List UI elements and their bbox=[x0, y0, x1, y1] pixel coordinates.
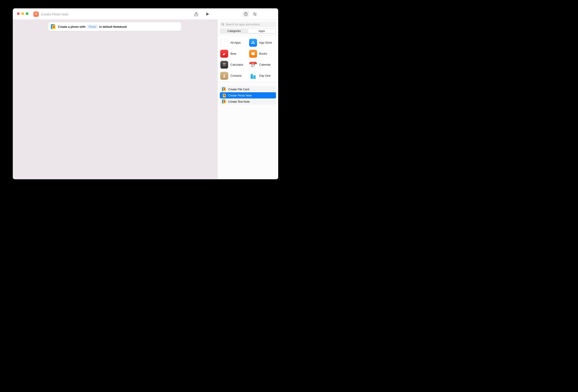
action-label: Create Photo Note bbox=[228, 94, 252, 97]
app-calendar[interactable]: JUL 17 Calendar bbox=[249, 61, 276, 69]
app-label: Bear bbox=[230, 52, 236, 55]
action-create-file-card[interactable]: Create File Card bbox=[220, 86, 276, 92]
action-create-text-note[interactable]: Create Text Note bbox=[220, 98, 276, 105]
notebook-app-icon bbox=[51, 24, 56, 29]
apps-grid[interactable]: All Apps App Store Bear bbox=[218, 36, 278, 82]
close-window-button[interactable] bbox=[17, 12, 20, 15]
shortcut-app-icon bbox=[34, 11, 39, 17]
bear-icon bbox=[220, 50, 228, 58]
window-body: Create a photo with Photo in default Not… bbox=[13, 20, 278, 179]
settings-toggle-button[interactable] bbox=[252, 12, 257, 16]
minimize-window-button[interactable] bbox=[21, 12, 24, 15]
svg-point-12 bbox=[224, 65, 224, 66]
calendar-icon: JUL 17 bbox=[249, 61, 257, 69]
app-books[interactable]: Books bbox=[249, 50, 276, 58]
svg-point-6 bbox=[255, 14, 256, 15]
all-apps-icon bbox=[220, 39, 228, 47]
app-label: All Apps bbox=[230, 41, 241, 45]
svg-point-9 bbox=[224, 65, 224, 65]
day-one-icon bbox=[249, 72, 257, 80]
photo-parameter-token[interactable]: Photo bbox=[87, 25, 98, 29]
action-create-photo-note[interactable]: Create Photo Note bbox=[220, 92, 276, 98]
action-prefix: Create a photo with bbox=[58, 25, 86, 28]
svg-point-5 bbox=[254, 13, 255, 14]
svg-point-8 bbox=[223, 65, 224, 65]
action-suffix: in default Notebook bbox=[99, 25, 127, 28]
svg-point-10 bbox=[225, 65, 225, 65]
app-label: Books bbox=[259, 52, 267, 55]
app-app-store[interactable]: App Store bbox=[249, 39, 276, 47]
library-toggle-button[interactable] bbox=[243, 11, 249, 17]
calendar-day: 17 bbox=[251, 64, 255, 68]
app-contacts[interactable]: Contacts bbox=[220, 72, 247, 80]
actions-sidebar: Categories Apps All Apps bbox=[217, 20, 278, 179]
search-input[interactable] bbox=[220, 22, 276, 27]
svg-point-13 bbox=[225, 65, 225, 66]
zoom-window-button[interactable] bbox=[26, 12, 28, 15]
app-calculator[interactable]: Calculator bbox=[220, 61, 247, 69]
svg-rect-7 bbox=[223, 63, 226, 64]
tab-categories[interactable]: Categories bbox=[220, 29, 248, 33]
notebook-app-icon bbox=[222, 99, 226, 103]
share-button[interactable] bbox=[194, 12, 199, 16]
action-card-create-photo[interactable]: Create a photo with Photo in default Not… bbox=[48, 22, 181, 31]
sidebar-segmented-control: Categories Apps bbox=[220, 28, 276, 34]
app-label: Day One bbox=[259, 74, 271, 78]
titlebar: Create Photo Note bbox=[13, 8, 278, 20]
window-controls bbox=[17, 12, 28, 15]
contacts-icon bbox=[220, 72, 228, 80]
notebook-app-icon bbox=[222, 87, 226, 91]
app-actions-list: Create File Card Create Photo Note Creat… bbox=[218, 82, 278, 108]
action-label: Create Text Note bbox=[228, 100, 249, 103]
svg-point-14 bbox=[224, 74, 225, 76]
books-icon bbox=[249, 50, 257, 58]
app-label: App Store bbox=[259, 41, 272, 45]
app-bear[interactable]: Bear bbox=[220, 50, 247, 58]
action-summary: Create a photo with Photo in default Not… bbox=[58, 25, 127, 29]
app-day-one[interactable]: Day One bbox=[249, 72, 276, 80]
shortcuts-editor-window: Create Photo Note Create a photo with Ph… bbox=[13, 8, 278, 179]
app-label: Calendar bbox=[259, 63, 271, 66]
app-all-apps[interactable]: All Apps bbox=[220, 39, 247, 47]
window-title: Create Photo Note bbox=[41, 12, 68, 16]
action-label: Create File Card bbox=[228, 88, 249, 91]
calculator-icon bbox=[220, 61, 228, 69]
app-store-icon bbox=[249, 39, 257, 47]
notebook-app-icon bbox=[222, 93, 226, 97]
run-button[interactable] bbox=[205, 12, 210, 16]
app-label: Contacts bbox=[230, 74, 242, 78]
svg-point-11 bbox=[223, 65, 224, 66]
tab-apps[interactable]: Apps bbox=[248, 29, 276, 33]
svg-marker-1 bbox=[206, 12, 209, 16]
app-label: Calculator bbox=[230, 63, 243, 66]
workflow-canvas[interactable]: Create a photo with Photo in default Not… bbox=[13, 20, 217, 179]
